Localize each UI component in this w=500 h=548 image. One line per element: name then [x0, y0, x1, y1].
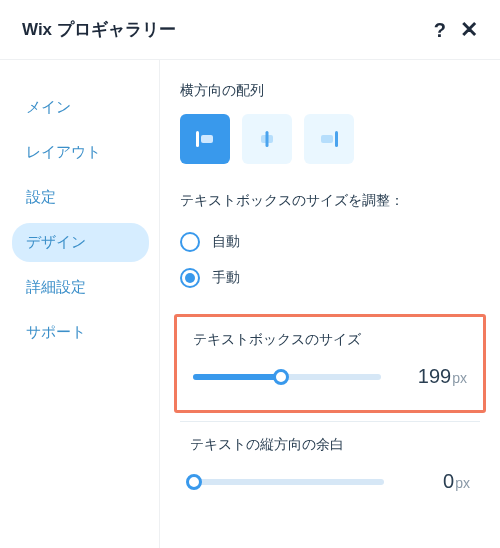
- slider-fill: [193, 374, 281, 380]
- sidebar-item-layout[interactable]: レイアウト: [12, 133, 149, 172]
- align-left-icon: [194, 128, 216, 150]
- sizing-mode-auto[interactable]: 自動: [180, 224, 480, 260]
- vertical-margin-control: 0px: [190, 470, 470, 493]
- sidebar-item-advanced[interactable]: 詳細設定: [12, 268, 149, 307]
- radio-label-manual: 手動: [212, 269, 240, 287]
- align-right-button[interactable]: [304, 114, 354, 164]
- vertical-margin-unit: px: [455, 475, 470, 491]
- textbox-size-title: テキストボックスのサイズ: [193, 331, 467, 349]
- main-content: 横方向の配列 テキストボックスのサイズを調整：: [160, 60, 500, 548]
- vertical-margin-title: テキストの縦方向の余白: [190, 436, 470, 454]
- help-icon[interactable]: ?: [434, 20, 446, 40]
- textbox-size-unit: px: [452, 370, 467, 386]
- panel-title: Wix プロギャラリー: [22, 18, 176, 41]
- vertical-margin-value: 0: [443, 470, 454, 492]
- textbox-size-highlight: テキストボックスのサイズ 199px: [174, 314, 486, 413]
- panel-header: Wix プロギャラリー ? ✕: [0, 0, 500, 60]
- textbox-size-control: 199px: [193, 365, 467, 388]
- textbox-size-slider[interactable]: [193, 369, 381, 385]
- align-left-button[interactable]: [180, 114, 230, 164]
- header-action-group: ? ✕: [434, 19, 478, 41]
- align-right-icon: [318, 128, 340, 150]
- align-center-button[interactable]: [242, 114, 292, 164]
- sidebar-item-support[interactable]: サポート: [12, 313, 149, 352]
- textbox-size-value: 199: [418, 365, 451, 387]
- vertical-margin-section: テキストの縦方向の余白 0px: [180, 421, 480, 493]
- sidebar-item-settings[interactable]: 設定: [12, 178, 149, 217]
- svg-rect-0: [196, 131, 199, 147]
- sidebar-item-main[interactable]: メイン: [12, 88, 149, 127]
- radio-label-auto: 自動: [212, 233, 240, 251]
- slider-thumb[interactable]: [273, 369, 289, 385]
- radio-icon: [180, 268, 200, 288]
- radio-icon: [180, 232, 200, 252]
- svg-rect-3: [266, 131, 269, 147]
- slider-thumb[interactable]: [186, 474, 202, 490]
- sizing-mode-title: テキストボックスのサイズを調整：: [180, 192, 480, 210]
- svg-rect-4: [335, 131, 338, 147]
- horizontal-align-options: [180, 114, 480, 164]
- svg-rect-5: [321, 135, 333, 143]
- sidebar: メイン レイアウト 設定 デザイン 詳細設定 サポート: [0, 60, 160, 548]
- panel-body: メイン レイアウト 設定 デザイン 詳細設定 サポート 横方向の配列: [0, 60, 500, 548]
- horizontal-align-title: 横方向の配列: [180, 82, 480, 100]
- align-center-icon: [256, 128, 278, 150]
- sidebar-item-design[interactable]: デザイン: [12, 223, 149, 262]
- slider-track: [190, 479, 384, 485]
- svg-rect-1: [201, 135, 213, 143]
- close-icon[interactable]: ✕: [460, 19, 478, 41]
- vertical-margin-slider[interactable]: [190, 474, 384, 490]
- vertical-margin-value-display: 0px: [400, 470, 470, 493]
- textbox-size-value-display: 199px: [397, 365, 467, 388]
- sizing-mode-manual[interactable]: 手動: [180, 260, 480, 296]
